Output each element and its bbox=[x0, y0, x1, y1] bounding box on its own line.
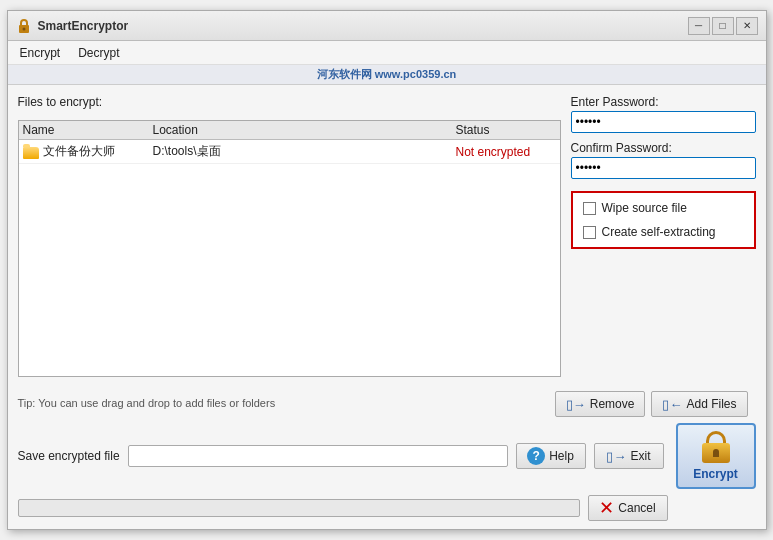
bottom-row2: Save encrypted file ? Help ▯→ Exit Encry… bbox=[18, 423, 756, 489]
lock-keyhole bbox=[713, 449, 719, 457]
folder-icon bbox=[23, 147, 39, 159]
create-self-extracting-label: Create self-extracting bbox=[602, 225, 716, 239]
menu-encrypt[interactable]: Encrypt bbox=[12, 43, 69, 63]
main-window: SmartEncryptor ─ □ ✕ Encrypt Decrypt 河东软… bbox=[7, 10, 767, 530]
menu-decrypt[interactable]: Decrypt bbox=[70, 43, 127, 63]
cancel-icon: ✕ bbox=[599, 497, 614, 519]
add-icon: ▯← bbox=[662, 397, 682, 412]
cell-location: D:\tools\桌面 bbox=[153, 143, 456, 160]
progress-bar-container bbox=[18, 499, 580, 517]
lock-body bbox=[702, 443, 730, 463]
cell-status: Not encrypted bbox=[456, 145, 556, 159]
bottom-section: Tip: You can use drag and drop to add fi… bbox=[8, 387, 766, 529]
remove-icon: ▯→ bbox=[566, 397, 586, 412]
remove-button[interactable]: ▯→ Remove bbox=[555, 391, 646, 417]
options-group: Wipe source file Create self-extracting bbox=[571, 191, 756, 249]
app-icon bbox=[16, 18, 32, 34]
cell-name: 文件备份大师 bbox=[23, 143, 153, 160]
wipe-source-option[interactable]: Wipe source file bbox=[583, 201, 744, 215]
col-status-header: Status bbox=[456, 123, 556, 137]
enter-password-input[interactable] bbox=[571, 111, 756, 133]
create-self-extracting-option[interactable]: Create self-extracting bbox=[583, 225, 744, 239]
lock-icon bbox=[702, 431, 730, 463]
bottom-row1: Tip: You can use drag and drop to add fi… bbox=[18, 391, 756, 417]
files-section-label: Files to encrypt: bbox=[18, 95, 561, 109]
right-panel: Enter Password: Confirm Password: Wipe s… bbox=[571, 95, 756, 377]
content-area: Files to encrypt: Name Location Status 文… bbox=[8, 85, 766, 387]
table-row[interactable]: 文件备份大师 D:\tools\桌面 Not encrypted bbox=[19, 140, 560, 164]
help-icon: ? bbox=[527, 447, 545, 465]
col-name-header: Name bbox=[23, 123, 153, 137]
title-bar-left: SmartEncryptor bbox=[16, 18, 129, 34]
encrypt-button[interactable]: Encrypt bbox=[676, 423, 756, 489]
table-header: Name Location Status bbox=[19, 121, 560, 140]
watermark: 河东软件网 www.pc0359.cn bbox=[8, 65, 766, 85]
minimize-button[interactable]: ─ bbox=[688, 17, 710, 35]
cancel-button[interactable]: ✕ Cancel bbox=[588, 495, 668, 521]
exit-button[interactable]: ▯→ Exit bbox=[594, 443, 664, 469]
exit-icon: ▯→ bbox=[606, 449, 626, 464]
svg-point-1 bbox=[22, 27, 25, 30]
close-button[interactable]: ✕ bbox=[736, 17, 758, 35]
save-path-input[interactable] bbox=[128, 445, 508, 467]
confirm-password-input[interactable] bbox=[571, 157, 756, 179]
left-panel: Files to encrypt: Name Location Status 文… bbox=[18, 95, 561, 377]
col-location-header: Location bbox=[153, 123, 456, 137]
menu-bar: Encrypt Decrypt bbox=[8, 41, 766, 65]
enter-password-label: Enter Password: bbox=[571, 95, 756, 109]
wipe-source-checkbox[interactable] bbox=[583, 202, 596, 215]
add-files-button[interactable]: ▯← Add Files bbox=[651, 391, 747, 417]
title-bar: SmartEncryptor ─ □ ✕ bbox=[8, 11, 766, 41]
save-label: Save encrypted file bbox=[18, 449, 120, 463]
files-table: Name Location Status 文件备份大师 D:\tools\桌面 … bbox=[18, 120, 561, 377]
wipe-source-label: Wipe source file bbox=[602, 201, 687, 215]
lock-shackle bbox=[706, 431, 726, 443]
confirm-password-label: Confirm Password: bbox=[571, 141, 756, 155]
help-button[interactable]: ? Help bbox=[516, 443, 586, 469]
bottom-row3: ✕ Cancel bbox=[18, 495, 756, 521]
create-self-extracting-checkbox[interactable] bbox=[583, 226, 596, 239]
window-title: SmartEncryptor bbox=[38, 19, 129, 33]
title-bar-controls: ─ □ ✕ bbox=[688, 17, 758, 35]
maximize-button[interactable]: □ bbox=[712, 17, 734, 35]
tip-text: Tip: You can use drag and drop to add fi… bbox=[18, 396, 547, 411]
